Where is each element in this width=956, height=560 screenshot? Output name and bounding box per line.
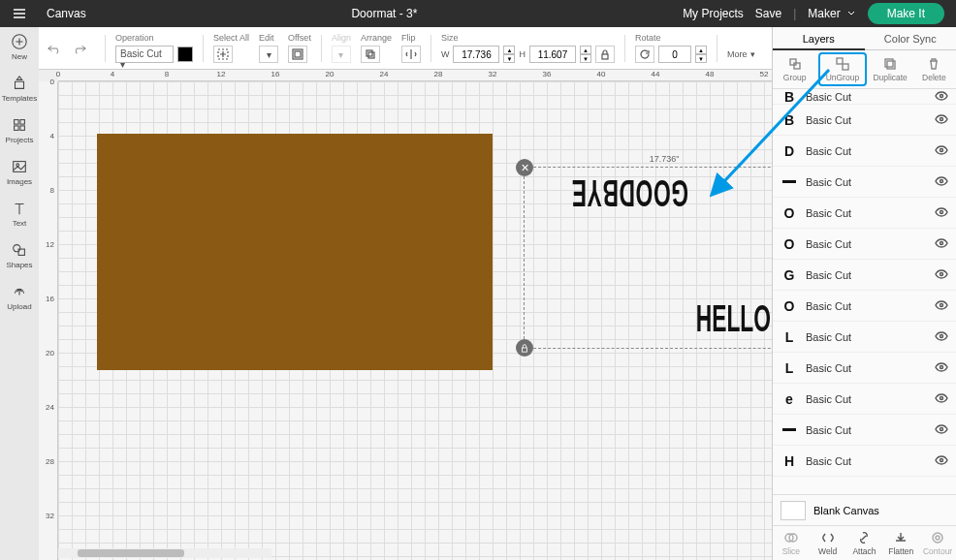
- visibility-toggle[interactable]: [935, 143, 948, 159]
- layer-row[interactable]: DBasic Cut: [773, 136, 956, 167]
- delete-handle[interactable]: ✕: [516, 159, 533, 176]
- layer-row[interactable]: BBasic Cut: [773, 89, 956, 105]
- select-all-button[interactable]: [213, 46, 233, 63]
- goodbye-text[interactable]: GOODBYE: [532, 171, 727, 213]
- align-button[interactable]: ▾: [332, 46, 351, 63]
- canvas-area[interactable]: 0481216202428323640444852 04812162024283…: [39, 70, 772, 560]
- images-button[interactable]: Images: [7, 158, 32, 186]
- main-menu-button[interactable]: [0, 6, 39, 21]
- text-button[interactable]: Text: [11, 200, 28, 228]
- lock-aspect-button[interactable]: [595, 46, 615, 63]
- offset-button[interactable]: [288, 46, 307, 63]
- separator: [430, 35, 431, 62]
- svg-rect-17: [794, 63, 800, 69]
- more-label: More: [727, 49, 748, 59]
- my-projects-link[interactable]: My Projects: [683, 7, 744, 20]
- machine-dropdown[interactable]: Maker: [808, 7, 855, 20]
- layer-row[interactable]: LBasic Cut: [773, 322, 956, 353]
- layer-row[interactable]: OBasic Cut: [773, 198, 956, 229]
- weld-button[interactable]: Weld: [810, 526, 846, 560]
- layer-row[interactable]: OBasic Cut: [773, 291, 956, 322]
- layer-row[interactable]: GBasic Cut: [773, 260, 956, 291]
- layer-row[interactable]: BBasic Cut: [773, 105, 956, 136]
- visibility-toggle[interactable]: [935, 329, 948, 345]
- svg-rect-3: [15, 126, 19, 131]
- layer-row[interactable]: OBasic Cut: [773, 229, 956, 260]
- label: New: [12, 52, 27, 61]
- svg-point-27: [940, 241, 943, 244]
- visibility-toggle[interactable]: [935, 391, 948, 407]
- svg-point-33: [940, 427, 943, 430]
- duplicate-button[interactable]: Duplicate: [869, 50, 912, 88]
- delete-button[interactable]: Delete: [912, 50, 956, 88]
- make-it-button[interactable]: Make It: [868, 3, 944, 24]
- save-link[interactable]: Save: [755, 7, 781, 20]
- visibility-toggle[interactable]: [935, 236, 948, 252]
- horizontal-scrollbar[interactable]: [58, 548, 271, 558]
- layer-glyph: O: [781, 298, 798, 314]
- visibility-toggle[interactable]: [935, 298, 948, 314]
- group-button[interactable]: Group: [773, 50, 816, 88]
- upload-button[interactable]: Upload: [7, 283, 31, 311]
- more-dropdown[interactable]: More ▾: [727, 37, 756, 59]
- operation-select[interactable]: Basic Cut ▾: [115, 46, 174, 63]
- layer-row[interactable]: eBasic Cut: [773, 384, 956, 415]
- templates-button[interactable]: Templates: [2, 75, 37, 103]
- projects-button[interactable]: Projects: [6, 116, 34, 144]
- visibility-toggle[interactable]: [935, 360, 948, 376]
- color-swatch[interactable]: [177, 47, 193, 62]
- height-up[interactable]: ▲: [580, 46, 591, 54]
- ungroup-button[interactable]: UnGroup: [818, 52, 866, 86]
- rotate-down[interactable]: ▼: [695, 54, 707, 63]
- visibility-toggle[interactable]: [935, 112, 948, 128]
- layer-row[interactable]: HBasic Cut: [773, 446, 956, 477]
- height-input[interactable]: [529, 46, 576, 63]
- tab-layers[interactable]: Layers: [773, 27, 865, 50]
- svg-rect-12: [366, 50, 372, 56]
- flip-button[interactable]: [401, 46, 421, 63]
- rotate-input[interactable]: [658, 46, 691, 63]
- shapes-button[interactable]: Shapes: [6, 241, 32, 269]
- layer-label: Basic Cut: [806, 269, 851, 281]
- label: Slice: [782, 546, 800, 556]
- lock-handle[interactable]: [516, 339, 533, 357]
- visibility-toggle[interactable]: [935, 89, 948, 105]
- visibility-toggle[interactable]: [935, 422, 948, 438]
- svg-point-37: [933, 533, 942, 543]
- separator: [717, 35, 717, 62]
- layers-list[interactable]: BBasic CutBBasic CutDBasic CutBasic CutO…: [773, 89, 956, 494]
- height-down[interactable]: ▼: [580, 54, 591, 63]
- contour-button[interactable]: Contour: [919, 526, 956, 560]
- doormat-shape[interactable]: [97, 134, 493, 370]
- redo-button[interactable]: [70, 42, 87, 55]
- svg-rect-18: [837, 58, 843, 64]
- rotate-up[interactable]: ▲: [695, 46, 707, 54]
- width-down[interactable]: ▼: [503, 54, 515, 63]
- visibility-toggle[interactable]: [935, 205, 948, 221]
- width-up[interactable]: ▲: [503, 46, 515, 54]
- edit-button[interactable]: ▾: [259, 46, 278, 63]
- width-input[interactable]: [453, 46, 499, 63]
- new-button[interactable]: New: [11, 33, 28, 61]
- selection-bounding-box[interactable]: 17.736" ✕ ⟳ ⤡ GOODBYE HELLO: [524, 167, 805, 349]
- tab-colorsync[interactable]: Color Sync: [865, 27, 957, 50]
- blank-canvas-row[interactable]: Blank Canvas: [773, 494, 956, 525]
- arrange-button[interactable]: [361, 46, 380, 63]
- layer-row[interactable]: Basic Cut: [773, 415, 956, 446]
- attach-button[interactable]: Attach: [846, 526, 883, 560]
- layer-row[interactable]: LBasic Cut: [773, 353, 956, 384]
- svg-point-29: [940, 303, 943, 306]
- layer-row[interactable]: Basic Cut: [773, 167, 956, 198]
- undo-button[interactable]: [47, 42, 64, 55]
- layer-label: Basic Cut: [806, 207, 851, 219]
- svg-point-34: [940, 458, 943, 461]
- visibility-toggle[interactable]: [935, 267, 948, 283]
- visibility-toggle[interactable]: [935, 174, 948, 190]
- design-surface[interactable]: 17.736" ✕ ⟳ ⤡ GOODBYE HELLO: [58, 81, 772, 560]
- layer-glyph: B: [781, 112, 798, 128]
- svg-point-25: [940, 179, 943, 182]
- slice-button[interactable]: Slice: [773, 526, 810, 560]
- scrollbar-thumb[interactable]: [78, 549, 184, 557]
- flatten-button[interactable]: Flatten: [882, 526, 919, 560]
- visibility-toggle[interactable]: [935, 453, 948, 469]
